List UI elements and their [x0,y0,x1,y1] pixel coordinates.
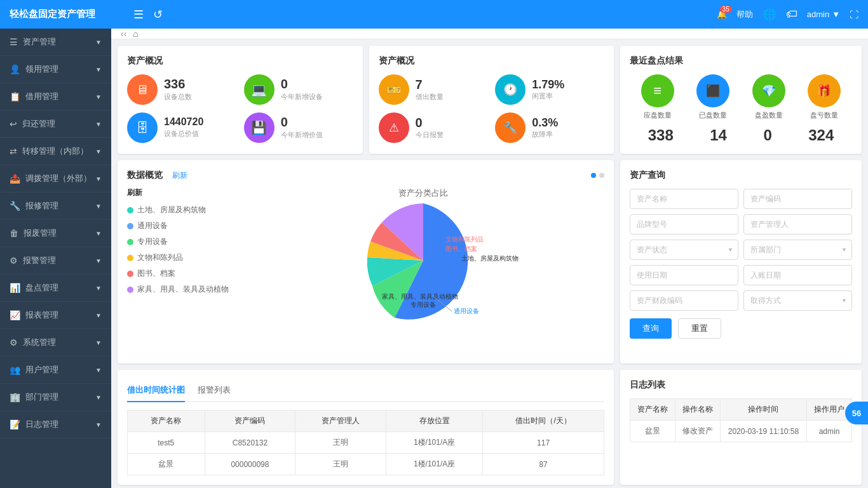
repair-icon: 🔧 [10,201,20,211]
tab-alarm-list[interactable]: 报警列表 [198,379,231,402]
th-log-asset: 资产名称 [630,399,675,421]
idle-icon: 🕐 [495,74,526,105]
sidebar-item-checkin-mgmt[interactable]: 📊 盘点管理 ▼ [0,274,111,302]
sidebar-item-report-mgmt[interactable]: 📈 报表管理 ▼ [0,302,111,329]
log-list-title: 日志列表 [630,379,852,391]
asset-status-select[interactable]: 资产状态 [630,240,738,260]
device-total-icon: 🖥 [127,74,158,105]
scrap-icon: 🗑 [10,228,18,238]
checkin-surplus-num: 0 [763,126,771,144]
sidebar-item-log-mgmt[interactable]: 📝 日志管理 ▼ [0,411,111,438]
query-button[interactable]: 查询 [630,318,672,339]
sidebar-label-scrap: 报废管理 [24,227,57,239]
sidebar-arrow: ▼ [95,148,102,155]
sidebar-item-loan-mgmt[interactable]: 📋 借用管理 ▼ [0,83,111,111]
sidebar-arrow: ▼ [95,394,102,401]
bell-icon[interactable]: 🔔 35 [717,10,727,19]
checkin-surplus-label: 盘盈数量 [755,111,783,120]
total-value-number: 1440720 [164,117,203,127]
sidebar-item-dispatch-mgmt[interactable]: 📤 调拨管理（外部） ▼ [0,165,111,193]
stat-info-2: 0 今日报警 [416,116,444,140]
dot-2[interactable] [599,173,604,178]
fab-button[interactable]: 56 [845,402,868,424]
legend-label-5: 家具、用具、装具及动植物 [137,284,229,295]
overview-item-1: 💻 0 今年新增设备 [244,74,353,105]
use-date-input[interactable] [630,265,738,285]
sidebar-label-loan: 借用管理 [25,91,58,102]
home-icon[interactable]: ⌂ [133,29,138,39]
data-header: 数据概览 刷新 [127,170,604,181]
user-menu[interactable]: admin ▼ [807,10,840,19]
sidebar-label-dispatch: 调拨管理（外部） [25,173,92,184]
acquire-method-select[interactable]: 取得方式 [743,290,852,311]
back-arrow[interactable]: ‹‹ [121,29,126,39]
overview-grid: 🖥 336 设备总数 💻 0 今年新增设备 [127,74,353,143]
reset-button[interactable]: 重置 [678,318,721,339]
checkin-should-item: ≡ 应盘数量 [641,74,674,120]
account-date-input[interactable] [743,265,852,285]
th-location: 存放位置 [386,410,483,432]
asset-manager-input[interactable] [743,214,852,234]
dispatch-icon: 📤 [10,173,20,184]
row-3: 借出时间统计图 报警列表 资产名称 资产编码 资产管理人 存放位置 借出时间（/… [118,370,862,485]
sidebar-item-alert-mgmt[interactable]: ⚙ 报警管理 ▼ [0,247,111,274]
total-value-icon: 🗄 [127,112,158,143]
sidebar-item-borrow-mgmt[interactable]: 👤 领用管理 ▼ [0,56,111,83]
dept-select[interactable]: 所属部门 [743,240,852,260]
sidebar-item-repair-mgmt[interactable]: 🔧 报修管理 ▼ [0,193,111,220]
sidebar-label-borrow: 领用管理 [25,64,58,75]
sidebar-item-dept-mgmt[interactable]: 🏢 部门管理 ▼ [0,384,111,411]
legend-label-0: 土地、房屋及构筑物 [137,205,206,215]
sidebar-label-repair: 报修管理 [25,200,58,212]
finance-code-input[interactable] [630,290,738,311]
sidebar-arrow: ▼ [95,230,102,237]
legend-dot-2 [127,239,133,245]
legend-label-2: 专用设备 [137,236,168,247]
checkin-done-num: 14 [710,126,727,144]
acquire-method-wrapper: 取得方式 [743,290,852,311]
checkin-should-icon: ≡ [641,74,674,107]
legend-item-5: 家具、用具、装具及动植物 [127,284,229,295]
td-location-1: 1楼/101/A座 [386,454,483,475]
sidebar-item-asset-mgmt[interactable]: ☰ 资产管理 ▼ [0,29,111,56]
asset-icon: ☰ [10,37,18,47]
dot-1[interactable] [591,173,596,178]
th-log-op: 操作名称 [675,399,720,421]
sidebar-label-transfer: 转移管理（内部） [22,146,88,157]
chart-title: 资产分类占比 [398,187,448,199]
lend-number: 7 [416,78,444,92]
brand-model-input[interactable] [630,214,738,234]
label-land: 土地、房屋及构筑物 [461,255,519,262]
sidebar-arrow: ▼ [95,421,102,428]
asset-overview-title: 资产概况 [127,55,353,67]
tag-icon[interactable]: 🏷 [786,8,797,21]
loan-icon: 📋 [10,92,20,102]
theme-icon[interactable]: 🌐 [763,8,776,22]
label-books: 图书、档案 [445,245,477,252]
checkin-surplus-icon: 💎 [752,74,785,107]
sidebar-item-transfer-mgmt[interactable]: ⇄ 转移管理（内部） ▼ [0,138,111,165]
sidebar-label-checkin: 盘点管理 [25,282,58,294]
tab-lend-chart[interactable]: 借出时间统计图 [127,379,185,402]
sidebar-item-user-mgmt[interactable]: 👥 用户管理 ▼ [0,356,111,384]
sidebar-item-scrap-mgmt[interactable]: 🗑 报废管理 ▼ [0,220,111,247]
alarm-icon: ⚠ [379,112,409,143]
overview-info-1: 0 今年新增设备 [281,78,323,102]
help-link[interactable]: 帮助 [736,9,753,20]
asset-name-input[interactable] [630,189,738,209]
asset-code-input[interactable] [743,189,852,209]
checkin-done-icon: ⬛ [696,74,729,107]
refresh-icon[interactable]: ↺ [153,8,163,22]
fullscreen-icon[interactable]: ⛶ [850,10,858,20]
pagination-dots [591,173,604,178]
refresh-link[interactable]: 刷新 [172,170,187,181]
layout: ☰ 资产管理 ▼ 👤 领用管理 ▼ 📋 借用管理 ▼ ↩ 归还管理 ▼ [0,29,868,488]
sidebar-label-report: 报表管理 [25,309,58,321]
td-manager-0: 王明 [295,432,386,454]
checkin-results-card: 最近盘点结果 ≡ 应盘数量 ⬛ 已盘数量 💎 盘盈数量 [620,46,862,154]
sidebar-item-return-mgmt[interactable]: ↩ 归还管理 ▼ [0,111,111,138]
legend-item-1: 通用设备 [127,220,229,231]
sidebar-item-system-mgmt[interactable]: ⚙ 系统管理 ▼ [0,329,111,356]
legend-dot-3 [127,255,133,261]
menu-icon[interactable]: ☰ [133,8,144,22]
